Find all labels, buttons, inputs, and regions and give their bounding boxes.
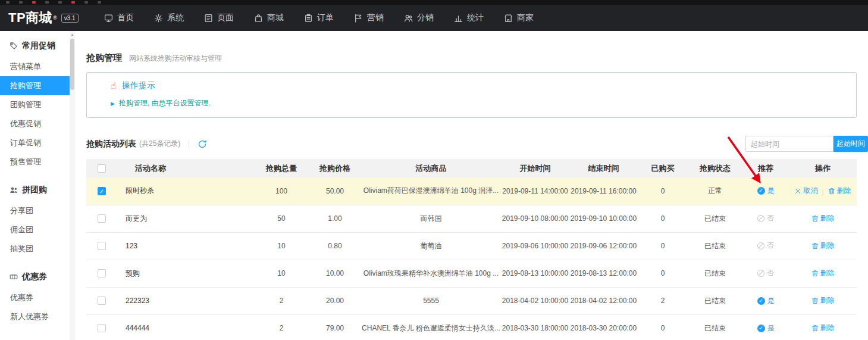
cell-start: 2018-04-02 10:00:00 (501, 287, 569, 314)
action-label: 删除 (820, 295, 835, 305)
sidebar-item-commission-group[interactable]: 佣金团 (0, 220, 70, 239)
cell-product: 葡萄油 (361, 232, 501, 260)
table-row: 444444279.00CHANEL 香奈儿 粉色邂逅柔情女士持久淡...201… (86, 314, 857, 340)
bullet-arrow-icon: ▶ (111, 101, 115, 107)
sidebar-item-presale-mgmt[interactable]: 预售管理 (0, 152, 70, 171)
nav-item-mall[interactable]: 商城 (244, 5, 294, 31)
cell-end: 2018-04-02 12:00:00 (569, 287, 638, 314)
start-time-button[interactable]: 起始时间 (833, 136, 868, 152)
delete-action[interactable]: 删除 (811, 323, 835, 333)
nav-item-statistics[interactable]: 统计 (444, 5, 494, 31)
start-time-input[interactable] (745, 136, 833, 152)
cell-product: 5555 (361, 287, 501, 314)
sidebar-item-lottery-group[interactable]: 抽奖团 (0, 239, 70, 258)
sidebar-item-group-buy-mgmt[interactable]: 团购管理 (0, 95, 70, 114)
cell-start: 2019-09-06 10:00:00 (501, 232, 569, 260)
sidebar-item-share-group[interactable]: 分享团 (0, 201, 70, 220)
bookmark-mark (6, 1, 10, 4)
recommend-toggle[interactable]: ✓是 (757, 186, 775, 196)
nav-item-label: 分销 (417, 13, 434, 23)
delete-action[interactable]: 删除 (811, 268, 835, 278)
nav-item-label: 营销 (367, 13, 384, 23)
app-logo[interactable]: TP商城® v3.1 (0, 9, 94, 27)
cancel-action[interactable]: 取消 (794, 186, 817, 196)
sidebar: 常用促销营销菜单抢购管理团购管理优惠促销订单促销预售管理拼团购分享团佣金团抽奖团… (0, 31, 70, 340)
nav-item-home[interactable]: 首页 (94, 5, 144, 31)
sidebar-section-coupons[interactable]: 优惠券 (0, 266, 70, 288)
recommend-slash-icon (757, 242, 764, 249)
delete-action[interactable]: 删除 (811, 295, 835, 305)
nav-item-marketing[interactable]: 营销 (344, 5, 394, 31)
divider (189, 140, 189, 148)
pointing-hand-icon: ☝ (111, 81, 117, 91)
scroll-up-icon[interactable]: ▲ (70, 33, 75, 36)
nav-item-orders[interactable]: 订单 (294, 5, 344, 31)
sidebar-item-marketing-menu[interactable]: 营销菜单 (0, 57, 70, 76)
row-checkbox[interactable] (98, 214, 106, 223)
cell-select (86, 314, 117, 340)
nav-item-pages[interactable]: 页面 (194, 5, 244, 31)
column-header-name: 活动名称 (117, 159, 254, 177)
sidebar-section-label: 优惠券 (22, 272, 47, 282)
sidebar-item-new-user-coupon[interactable]: 新人优惠券 (0, 307, 70, 326)
cell-recommend: 否 (742, 232, 789, 260)
column-header-end: 结束时间 (569, 159, 638, 177)
column-header-start: 开始时间 (501, 159, 569, 177)
select-all-checkbox[interactable] (98, 164, 106, 173)
sidebar-section-label: 常用促销 (22, 40, 55, 51)
recommend-check-icon: ✓ (757, 187, 765, 195)
scrollbar-thumb[interactable] (70, 39, 74, 90)
statistics-icon (454, 14, 463, 23)
sidebar-section-group-purchase[interactable]: 拼团购 (0, 179, 70, 201)
sidebar-item-discount-promo[interactable]: 优惠促销 (0, 114, 70, 133)
table-row: ✓限时秒杀10050.00Oliviam荷荷巴保湿澳洲绵羊油 100g 润泽..… (86, 177, 857, 205)
recommend-toggle[interactable]: ✓是 (757, 323, 775, 333)
row-checkbox[interactable] (98, 242, 106, 250)
nav-item-label: 订单 (317, 13, 334, 23)
row-checkbox[interactable]: ✓ (98, 187, 106, 195)
nav-item-system[interactable]: 系统 (144, 5, 194, 31)
recommend-toggle[interactable]: 否 (757, 268, 774, 278)
cell-bought: 0 (638, 260, 688, 287)
delete-action[interactable]: 删除 (811, 241, 835, 251)
trash-icon (828, 188, 835, 195)
cell-start: 2019-08-13 10:00:00 (501, 260, 569, 287)
row-checkbox[interactable] (98, 297, 106, 305)
cell-product: Oliviam荷荷巴保湿澳洲绵羊油 100g 润泽... (361, 177, 501, 205)
table-body: ✓限时秒杀10050.00Oliviam荷荷巴保湿澳洲绵羊油 100g 润泽..… (86, 177, 857, 340)
table-row: 123100.80葡萄油2019-09-06 10:00:002019-09-0… (86, 232, 857, 260)
bookmark-mark (71, 1, 75, 4)
recommend-toggle[interactable]: 否 (757, 213, 774, 223)
app-logo-text: TP商城 (8, 9, 52, 27)
browser-strip (0, 0, 868, 5)
sidebar-section-common-promotions[interactable]: 常用促销 (0, 35, 70, 57)
registered-mark: ® (53, 15, 57, 21)
cell-recommend: 否 (742, 205, 789, 232)
table-row: 222323220.0055552018-04-02 10:00:002018-… (86, 287, 857, 314)
coupon-icon (10, 273, 18, 281)
delete-action[interactable]: 删除 (828, 186, 851, 196)
column-header-actions: 操作 (789, 159, 857, 177)
sidebar-scrollbar[interactable]: ▲ (70, 31, 75, 340)
column-header-price: 抢购价格 (309, 159, 361, 177)
recommend-check-icon: ✓ (757, 325, 765, 332)
nav-item-distribution[interactable]: 分销 (394, 5, 444, 31)
sidebar-item-flash-sale[interactable]: 抢购管理 (0, 76, 70, 95)
recommend-label: 是 (767, 186, 775, 196)
delete-action[interactable]: 删除 (811, 213, 835, 223)
list-count: (共25条记录) (139, 139, 180, 149)
refresh-icon[interactable] (198, 139, 207, 149)
nav-item-merchant[interactable]: 商家 (494, 5, 544, 31)
recommend-toggle[interactable]: ✓是 (757, 296, 775, 306)
cell-recommend: ✓是 (742, 287, 789, 314)
recommend-toggle[interactable]: 否 (757, 241, 774, 251)
home-icon (104, 14, 113, 23)
row-checkbox[interactable] (98, 269, 106, 277)
sidebar-item-coupon[interactable]: 优惠券 (0, 288, 70, 307)
cell-end: 2018-03-30 20:00:00 (569, 314, 638, 340)
row-checkbox[interactable] (98, 324, 106, 332)
cell-select (86, 205, 117, 232)
cell-product: CHANEL 香奈儿 粉色邂逅柔情女士持久淡... (361, 314, 501, 340)
sidebar-item-order-promo[interactable]: 订单促销 (0, 133, 70, 152)
main-content: 抢购管理 网站系统抢购活动审核与管理 ☝ 操作提示 ▶ 抢购管理, 由总平台设置… (75, 31, 868, 340)
